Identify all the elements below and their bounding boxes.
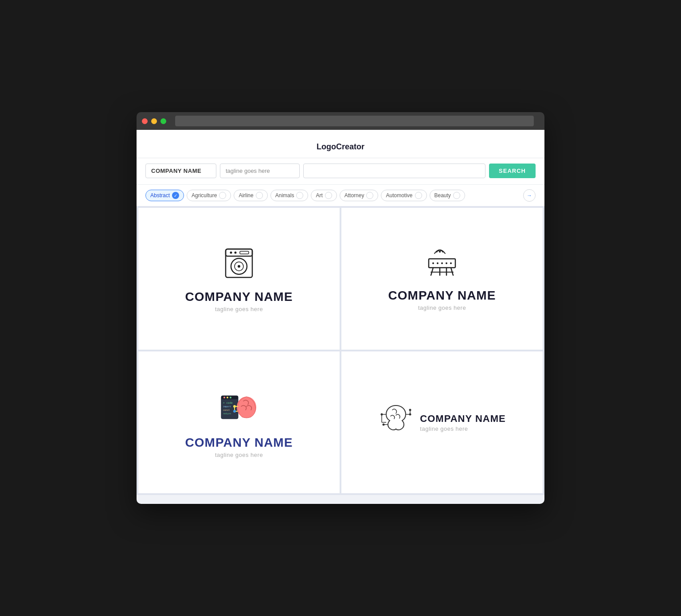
close-button[interactable] xyxy=(142,118,148,124)
filter-airline-label: Airline xyxy=(239,192,253,199)
svg-point-10 xyxy=(432,262,434,264)
svg-line-18 xyxy=(451,268,453,275)
logo2-company: COMPANY NAME xyxy=(388,289,496,303)
logo4-inline-container: COMPANY NAME tagline goes here xyxy=(378,400,505,444)
filter-abstract-label: Abstract xyxy=(150,192,170,199)
svg-point-23 xyxy=(227,397,228,398)
browser-window: LogoCreator SEARCH Abstract ✓ Agricultur… xyxy=(137,112,544,504)
filter-agriculture-label: Agriculture xyxy=(192,192,217,199)
check-icon-beauty xyxy=(453,192,460,199)
svg-point-44 xyxy=(383,424,385,426)
filter-abstract[interactable]: Abstract ✓ xyxy=(145,190,184,201)
filter-automotive[interactable]: Automotive xyxy=(381,190,427,201)
minimize-button[interactable] xyxy=(151,118,157,124)
titlebar xyxy=(137,112,544,130)
company-name-input[interactable] xyxy=(145,164,216,178)
filter-attorney-label: Attorney xyxy=(344,192,364,199)
logo3-tagline: tagline goes here xyxy=(215,452,263,458)
svg-rect-0 xyxy=(226,249,252,277)
logo4-tagline: tagline goes here xyxy=(420,425,505,432)
logo-card-2[interactable]: COMPANY NAME tagline goes here xyxy=(341,208,543,350)
keyword-input[interactable] xyxy=(303,164,485,178)
search-bar: SEARCH xyxy=(137,158,544,184)
logo3-company: COMPANY NAME xyxy=(185,436,293,450)
svg-point-12 xyxy=(441,262,443,264)
filter-animals-label: Animals xyxy=(275,192,294,199)
check-icon-animals xyxy=(296,192,303,199)
svg-point-42 xyxy=(409,409,411,411)
tagline-input[interactable] xyxy=(220,164,300,178)
logo-grid: COMPANY NAME tagline goes here xyxy=(137,206,544,495)
svg-point-7 xyxy=(238,265,240,268)
svg-point-13 xyxy=(446,262,447,264)
maximize-button[interactable] xyxy=(160,118,166,124)
logo-card-1[interactable]: COMPANY NAME tagline goes here xyxy=(138,208,340,350)
check-icon-art xyxy=(325,192,332,199)
svg-text:import: import xyxy=(223,405,231,408)
logo-card-4[interactable]: COMPANY NAME tagline goes here xyxy=(341,351,543,493)
svg-point-2 xyxy=(230,251,232,253)
svg-point-24 xyxy=(230,397,231,398)
svg-point-3 xyxy=(235,251,237,253)
svg-text:return: return xyxy=(223,412,231,415)
check-icon-airline xyxy=(256,192,263,199)
svg-point-22 xyxy=(223,397,225,398)
check-icon-automotive xyxy=(415,192,422,199)
filter-agriculture[interactable]: Agriculture xyxy=(187,190,231,201)
svg-point-33 xyxy=(233,405,236,408)
logo4-text-group: COMPANY NAME tagline goes here xyxy=(420,413,505,432)
filter-bar: Abstract ✓ Agriculture Airline Animals A… xyxy=(137,184,544,206)
washing-machine-icon xyxy=(221,246,257,283)
app-header: LogoCreator xyxy=(137,130,544,158)
svg-point-14 xyxy=(450,262,452,264)
brain-code-icon: > code import const return xyxy=(219,387,259,429)
check-icon-attorney xyxy=(366,192,373,199)
check-icon-abstract: ✓ xyxy=(172,192,179,199)
svg-line-15 xyxy=(431,268,433,275)
logo4-company: COMPANY NAME xyxy=(420,413,505,425)
conveyor-icon xyxy=(422,246,462,281)
url-bar[interactable] xyxy=(175,116,534,126)
check-icon-agriculture xyxy=(219,192,226,199)
filter-attorney[interactable]: Attorney xyxy=(340,190,379,201)
logo1-tagline: tagline goes here xyxy=(215,306,263,312)
filter-animals[interactable]: Animals xyxy=(270,190,309,201)
svg-rect-1 xyxy=(226,249,252,256)
filter-airline[interactable]: Airline xyxy=(234,190,267,201)
browser-content: LogoCreator SEARCH Abstract ✓ Agricultur… xyxy=(137,130,544,504)
filter-beauty-label: Beauty xyxy=(434,192,451,199)
filter-beauty[interactable]: Beauty xyxy=(430,190,465,201)
search-button[interactable]: SEARCH xyxy=(489,164,536,178)
logo-card-3[interactable]: > code import const return xyxy=(138,351,340,493)
logo2-tagline: tagline goes here xyxy=(418,304,466,311)
svg-point-8 xyxy=(439,251,441,253)
filter-art[interactable]: Art xyxy=(311,190,337,201)
logo1-company: COMPANY NAME xyxy=(185,290,293,304)
next-filter-arrow[interactable]: → xyxy=(523,189,536,202)
brain-circuit-icon xyxy=(378,400,414,437)
svg-point-11 xyxy=(437,262,438,264)
svg-text:> code: > code xyxy=(223,401,233,404)
filter-art-label: Art xyxy=(316,192,322,199)
app-title: LogoCreator xyxy=(145,137,536,158)
filter-automotive-label: Automotive xyxy=(386,192,412,199)
svg-rect-4 xyxy=(240,251,249,254)
svg-text:const: const xyxy=(223,409,230,411)
svg-point-34 xyxy=(233,410,236,413)
